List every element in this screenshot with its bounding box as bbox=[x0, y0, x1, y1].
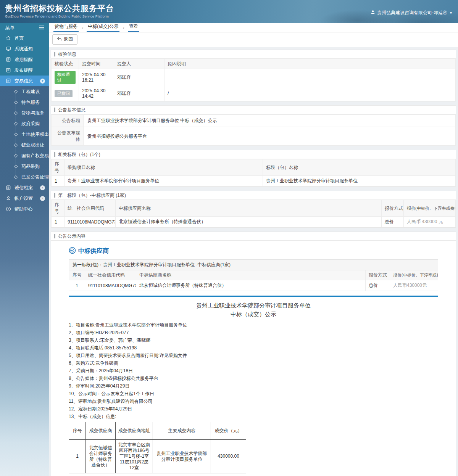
quote-price: 人民币 430000 元 bbox=[404, 217, 456, 227]
column-header: 报价方式 bbox=[366, 270, 390, 280]
submitter: 邓廷容 bbox=[114, 69, 164, 86]
column-header: 原因说明 bbox=[164, 59, 456, 69]
submenu-item-mining-rights[interactable]: 矿业权出让 bbox=[0, 140, 49, 150]
status-badge: 核验通过 bbox=[55, 71, 76, 84]
paragraph: 9、评审时间:2025年04月29日 bbox=[69, 384, 438, 388]
column-header: 报价(中标价、下浮率或费率) bbox=[390, 270, 438, 280]
table-header-row: 核验状态 提交时间 提交人 原因说明 bbox=[52, 59, 456, 69]
paragraph: 1、项目名称:贵州工业职业技术学院部分审计项目服务单位 bbox=[69, 323, 438, 327]
status-badge: 已撤回 bbox=[55, 90, 73, 97]
project-name: 贵州工业职业技术学院部分审计项目服务单位 bbox=[65, 176, 263, 187]
sidebar-item-label: 逾期提醒 bbox=[15, 56, 33, 63]
document-icon bbox=[6, 68, 11, 73]
home-icon bbox=[6, 35, 11, 41]
submenu-item-drug-procurement[interactable]: 药品采购 bbox=[0, 161, 49, 172]
column-header: 报价(中标价、下浮率或费率) bbox=[404, 200, 456, 217]
credit-code: 91110108MADDQMG739 bbox=[85, 280, 136, 291]
monitor-icon bbox=[6, 46, 11, 51]
submenu-item-goods-services[interactable]: 货物与服务 bbox=[0, 108, 49, 118]
column-header: 序号 bbox=[69, 270, 85, 280]
submenu-item-land-use[interactable]: 土地使用权出让 bbox=[0, 129, 49, 140]
winner-table: 序号 统一社会信用代码 中标供应商名称 报价方式 报价(中标价、下浮率或费率) … bbox=[51, 200, 456, 227]
section-title: 公告基本信息 bbox=[51, 106, 456, 114]
submenu-item-special-services[interactable]: 特色服务 bbox=[0, 97, 49, 108]
column-header: 序号 bbox=[52, 159, 65, 176]
announcement-winner-table: 序号 统一社会信用代码 中标供应商名称 报价方式 报价(中标价、下浮率或费率) … bbox=[69, 270, 438, 291]
submenu-item-engineering[interactable]: 工程建设 bbox=[0, 86, 49, 97]
back-button[interactable]: 返回 bbox=[52, 34, 77, 45]
user-menu[interactable]: 贵州弘典建设咨询有限公司-邓廷容 ▼ bbox=[371, 10, 453, 16]
breadcrumb-separator: › bbox=[82, 26, 83, 32]
credit-code: 91110108MADDQMG739 bbox=[65, 217, 116, 227]
sidebar-item-label: 帐户设置 bbox=[15, 195, 33, 202]
paragraph: 10、公示时间：公示发布之日起1个工作日 bbox=[69, 391, 438, 396]
field-value: 贵州工业职业技术学院部分审计项目服务单位 中标（成交）公示 bbox=[84, 115, 456, 127]
paragraph: 5、项目用途、简要技术要求及合同履行日期:详见采购文件 bbox=[69, 353, 438, 358]
submit-time: 2025-04-30 14:42 bbox=[79, 86, 114, 101]
row-number: 1 bbox=[52, 217, 65, 227]
paragraph: 13、中标（成交）信息: bbox=[69, 414, 438, 419]
table-row: 核验通过 2025-04-30 16:21 邓廷容 bbox=[52, 69, 456, 86]
paragraph: 4、项目联系电话:0851-85755198 bbox=[69, 346, 438, 350]
sidebar-item-home[interactable]: 首页 bbox=[0, 33, 49, 43]
trade-info-submenu: 工程建设 特色服务 货物与服务 政府采购 土地使用权出让 矿业权出让 国有产权交… bbox=[0, 86, 49, 182]
submenu-item-published-notices[interactable]: 已发公告处理 bbox=[0, 172, 49, 182]
submenu-item-gov-procurement[interactable]: 政府采购 bbox=[0, 118, 49, 129]
table-header-row: 序号 统一社会信用代码 中标供应商名称 报价方式 报价(中标价、下浮率或费率) bbox=[52, 200, 456, 217]
sidebar-item-publish-reminder[interactable]: 发布提醒 bbox=[0, 65, 49, 76]
breadcrumb-award-notice[interactable]: 中标(成交)公示 bbox=[87, 23, 119, 32]
submitter: 邓廷容 bbox=[114, 86, 164, 101]
sidebar-item-trade-info[interactable]: 交易信息 ▾ bbox=[0, 76, 49, 86]
section-name: 贵州工业职业技术学院部分审计项目服务单位 bbox=[263, 176, 456, 187]
question-icon: ? bbox=[6, 206, 11, 212]
submenu-item-state-property[interactable]: 国有产权交易 bbox=[0, 150, 49, 161]
breadcrumb: 货物与服务 › 中标(成交)公示 › 查看 bbox=[49, 23, 458, 32]
announcement-section: 公告公示内容 中标供应商 第一标段(包)：贵州工业职业技术学院部分审计项目服务单… bbox=[51, 232, 456, 476]
section-title: 核验信息 bbox=[51, 50, 456, 59]
breadcrumb-goods-services[interactable]: 货物与服务 bbox=[53, 23, 79, 32]
table-row: 1 91110108MADDQMG739 北京恒诚信会计师事务所（特殊普通合伙）… bbox=[69, 280, 438, 291]
deal-price: 430000.00 bbox=[211, 440, 246, 473]
related-sections-table: 序号 采购项目名称 标段（包）名称 1 贵州工业职业技术学院部分审计项目服务单位… bbox=[51, 159, 456, 187]
section-title: 公告公示内容 bbox=[51, 232, 456, 241]
table-header-row: 序号 采购项目名称 标段（包）名称 bbox=[52, 159, 456, 176]
reason: / bbox=[164, 86, 456, 101]
quote-method: 总价 bbox=[366, 280, 390, 291]
column-header: 报价方式 bbox=[382, 200, 404, 217]
hamburger-icon[interactable] bbox=[39, 25, 44, 31]
winning-supplier-label: 中标供应商 bbox=[78, 247, 109, 255]
deal-info-table: 序号 成交供应商 成交供应商地址 主要成交内容 成交价（元） 1 北京恒诚信会计… bbox=[69, 422, 246, 473]
sidebar-item-label: 系统通知 bbox=[15, 46, 33, 52]
sidebar-item-help-center[interactable]: ? 帮助中心 bbox=[0, 204, 49, 214]
sidebar-item-notifications[interactable]: 系统通知 bbox=[0, 43, 49, 54]
paragraph: 6、采购方式:竞争性磋商 bbox=[69, 361, 438, 365]
sidebar-item-account-settings[interactable]: 帐户设置 › bbox=[0, 193, 49, 204]
document-title-line2: 中标（成交）公示 bbox=[69, 310, 438, 319]
column-header: 统一社会信用代码 bbox=[85, 270, 136, 280]
column-header: 成交价（元） bbox=[211, 422, 246, 440]
breadcrumb-view[interactable]: 查看 bbox=[128, 23, 139, 32]
column-header: 成交供应商地址 bbox=[116, 422, 153, 440]
table-row: 已撤回 2025-04-30 14:42 邓廷容 / bbox=[52, 86, 456, 101]
back-label: 返回 bbox=[64, 36, 73, 43]
document-icon bbox=[6, 78, 11, 84]
column-header: 采购项目名称 bbox=[65, 159, 263, 176]
column-header: 提交人 bbox=[114, 59, 164, 69]
sidebar-item-overdue-reminder[interactable]: 逾期提醒 bbox=[0, 54, 49, 65]
table-header-row: 序号 统一社会信用代码 中标供应商名称 报价方式 报价(中标价、下浮率或费率) bbox=[69, 270, 438, 280]
toolbar: 返回 bbox=[49, 32, 458, 47]
paragraph: 2、项目编号:HDZB-2025-077 bbox=[69, 330, 438, 335]
main-area: 货物与服务 › 中标(成交)公示 › 查看 返回 核验信息 核验状态 提交时间 … bbox=[49, 23, 458, 476]
column-header: 序号 bbox=[52, 200, 65, 217]
table-header-row: 序号 成交供应商 成交供应商地址 主要成交内容 成交价（元） bbox=[69, 422, 246, 440]
supplier-name: 北京恒诚信会计师事务所（特殊普通合伙） bbox=[136, 280, 366, 291]
sidebar-item-credit-archive[interactable]: 诚信档案 › bbox=[0, 182, 49, 193]
basic-info-table: 公告标题 贵州工业职业技术学院部分审计项目服务单位 中标（成交）公示 公告发布媒… bbox=[51, 114, 456, 146]
quote-price: 人民币430000元 bbox=[390, 280, 438, 291]
column-header: 核验状态 bbox=[52, 59, 79, 69]
page-content: 核验信息 核验状态 提交时间 提交人 原因说明 核验通过 2025-04-30 … bbox=[49, 47, 458, 476]
paragraph: 11、评审地点:贵州弘典建设咨询有限公司 bbox=[69, 399, 438, 404]
column-header: 统一社会信用代码 bbox=[65, 200, 116, 217]
winning-supplier-heading: 中标供应商 bbox=[69, 247, 438, 256]
document-title: 贵州工业职业技术学院部分审计项目服务单位 中标（成交）公示 bbox=[69, 301, 438, 319]
